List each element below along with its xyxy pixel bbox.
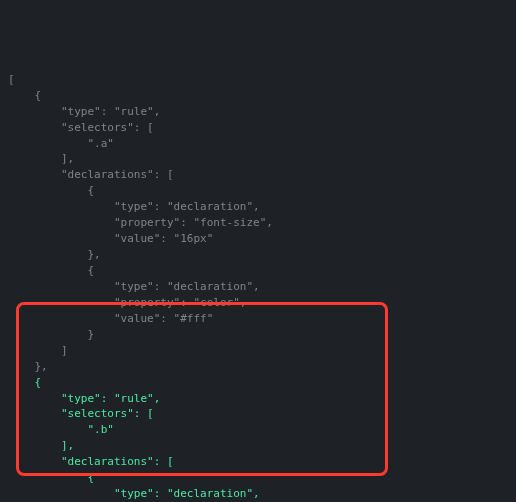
key-property: "property" bbox=[114, 216, 180, 229]
key-selectors: "selectors" bbox=[61, 407, 134, 420]
key-type: "type" bbox=[114, 280, 154, 293]
key-declarations: "declarations" bbox=[61, 168, 154, 181]
key-type: "type" bbox=[114, 200, 154, 213]
key-type: "type" bbox=[61, 105, 101, 118]
selector-b: ".b" bbox=[87, 423, 114, 436]
key-type: "type" bbox=[61, 392, 101, 405]
selector-a: ".a" bbox=[87, 137, 114, 150]
val-color: "color" bbox=[193, 296, 239, 309]
key-selectors: "selectors" bbox=[61, 121, 134, 134]
val-declaration: "declaration" bbox=[167, 487, 253, 500]
key-value: "value" bbox=[114, 312, 160, 325]
code-block: [ { "type": "rule", "selectors": [ ".a" … bbox=[8, 72, 508, 502]
val-fontsize: "font-size" bbox=[193, 216, 266, 229]
key-property: "property" bbox=[114, 296, 180, 309]
key-declarations: "declarations" bbox=[61, 455, 154, 468]
key-value: "value" bbox=[114, 232, 160, 245]
val-16px: "16px" bbox=[174, 232, 214, 245]
key-type: "type" bbox=[114, 487, 154, 500]
val-rule: "rule" bbox=[114, 105, 154, 118]
val-rule: "rule" bbox=[114, 392, 154, 405]
val-fff: "#fff" bbox=[174, 312, 214, 325]
val-declaration: "declaration" bbox=[167, 280, 253, 293]
val-declaration: "declaration" bbox=[167, 200, 253, 213]
